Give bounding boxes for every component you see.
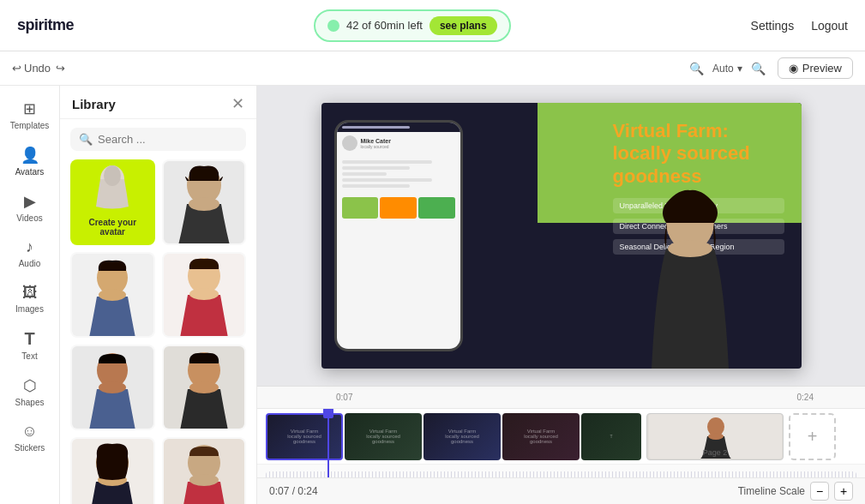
settings-button[interactable]: Settings — [751, 19, 795, 33]
scale-increase-button[interactable]: + — [834, 482, 853, 501]
avatar-card-2[interactable] — [162, 159, 247, 245]
phone-contact-name: Mike Cater — [361, 138, 391, 144]
svg-point-7 — [189, 288, 219, 300]
library-header: Library ✕ — [60, 86, 256, 119]
timeline-scale-label: Timeline Scale — [738, 485, 805, 497]
sidebar-item-templates[interactable]: ⊞ Templates — [4, 93, 56, 137]
scale-decrease-button[interactable]: − — [810, 482, 829, 501]
sidebar-item-images[interactable]: 🖼 Images — [4, 277, 56, 321]
avatars-icon: 👤 — [21, 146, 39, 165]
timeline-ruler: 0:07 0:24 — [257, 387, 865, 409]
svg-point-19 — [668, 240, 712, 257]
timeline-tracks: Virtual Farmlocally sourcedgoodness Virt… — [257, 409, 865, 477]
phone-contact-avatar — [342, 135, 357, 151]
scale-controls: Timeline Scale − + — [738, 482, 853, 501]
zoom-out-button[interactable]: 🔍 — [684, 60, 709, 77]
sidebar-label-text: Text — [21, 351, 37, 361]
slide-title: Virtual Farm: locally sourced goodness — [613, 120, 784, 188]
toolbar-right: 🔍 Auto ▾ 🔍 ◉ Preview — [684, 57, 853, 79]
avatar-card-5[interactable] — [70, 345, 155, 430]
timer-label: 42 of 60min left — [346, 19, 423, 32]
avatar-image-2 — [164, 161, 245, 243]
sidebar-label-audio: Audio — [19, 259, 41, 268]
avatar-image-4 — [164, 254, 245, 336]
clip-thumb-1[interactable]: Virtual Farmlocally sourcedgoodness — [266, 413, 343, 460]
avatar-image-8 — [164, 439, 245, 504]
redo-icon: ↪ — [56, 62, 65, 75]
svg-point-15 — [189, 474, 219, 486]
playhead-handle — [323, 409, 333, 418]
timeline-footer: 0:07 / 0:24 Timeline Scale − + — [257, 477, 865, 504]
clip-thumb-5[interactable]: T — [581, 413, 641, 460]
zoom-out-icon: 🔍 — [689, 62, 704, 75]
sidebar-item-videos[interactable]: ▶ Videos — [4, 185, 56, 230]
library-close-button[interactable]: ✕ — [231, 96, 244, 111]
avatar-image-3 — [72, 254, 153, 336]
preview-button[interactable]: ◉ Preview — [778, 57, 853, 79]
phone-content — [337, 154, 460, 194]
page2-section[interactable]: Page 2 — [646, 413, 784, 460]
avatar-card-7[interactable] — [70, 437, 155, 504]
avatar-grid: Create your avatar — [60, 159, 256, 504]
create-avatar-card[interactable]: Create your avatar — [70, 159, 155, 245]
avatar-3d-icon — [91, 164, 134, 215]
clip-strip: Virtual Farmlocally sourcedgoodness Virt… — [266, 413, 856, 460]
toolbar: ↩ Undo ↪ 🔍 Auto ▾ 🔍 ◉ Preview — [0, 51, 865, 86]
search-input[interactable] — [98, 133, 237, 146]
videos-icon: ▶ — [24, 192, 36, 211]
sidebar-label-shapes: Shapes — [15, 398, 45, 407]
undo-button[interactable]: ↩ Undo — [12, 62, 51, 75]
timer-dot-icon — [327, 20, 339, 32]
top-right-controls: Settings Logout — [751, 19, 848, 33]
zoom-in-icon: 🔍 — [751, 62, 766, 75]
zoom-in-button[interactable]: 🔍 — [746, 60, 771, 77]
phone-mockup: Mike Cater locally sourced — [334, 120, 463, 351]
phone-screen: Mike Cater locally sourced — [337, 123, 460, 349]
see-plans-button[interactable]: see plans — [429, 16, 497, 35]
sidebar-nav: ⊞ Templates 👤 Avatars ▶ Videos ♪ Audio 🖼… — [0, 86, 60, 504]
sidebar-item-stickers[interactable]: ☺ Stickers — [4, 416, 56, 459]
sidebar-item-text[interactable]: T Text — [4, 322, 56, 368]
main-layout: ⊞ Templates 👤 Avatars ▶ Videos ♪ Audio 🖼… — [0, 86, 865, 504]
clip-thumb-4[interactable]: Virtual Farmlocally sourcedgoodness — [502, 413, 580, 460]
presenter-svg — [630, 180, 750, 369]
avatar-card-8[interactable] — [162, 437, 247, 504]
sidebar-label-images: Images — [15, 304, 44, 314]
templates-icon: ⊞ — [23, 99, 36, 118]
stickers-icon: ☺ — [21, 423, 37, 441]
avatar-card-4[interactable] — [162, 252, 247, 338]
logout-button[interactable]: Logout — [811, 19, 848, 33]
sidebar-label-avatars: Avatars — [15, 167, 45, 177]
text-icon: T — [24, 329, 34, 349]
zoom-dropdown-icon[interactable]: ▾ — [737, 63, 742, 75]
sidebar-item-audio[interactable]: ♪ Audio — [4, 231, 56, 275]
library-panel: Library ✕ 🔍 Create your avatar — [60, 86, 257, 504]
undo-icon: ↩ — [12, 62, 21, 75]
playhead[interactable] — [327, 409, 329, 477]
sidebar-label-videos: Videos — [16, 213, 42, 223]
zoom-controls: 🔍 Auto ▾ 🔍 — [684, 60, 771, 77]
audio-waveform — [266, 471, 856, 478]
page2-label: Page 2 — [703, 448, 728, 457]
avatar-image-6 — [164, 346, 245, 429]
sidebar-label-stickers: Stickers — [15, 443, 45, 453]
sidebar-label-templates: Templates — [10, 121, 50, 130]
add-page-button[interactable]: + — [789, 413, 836, 460]
clip-thumb-3[interactable]: Virtual Farmlocally sourcedgoodness — [423, 413, 501, 460]
svg-point-1 — [104, 165, 121, 186]
preview-play-icon: ◉ — [789, 62, 798, 75]
images-icon: 🖼 — [22, 284, 38, 302]
sidebar-item-shapes[interactable]: ⬡ Shapes — [4, 369, 56, 414]
slide-canvas[interactable]: Mike Cater locally sourced — [321, 103, 802, 369]
avatar-card-6[interactable] — [162, 345, 247, 430]
clip-track: Virtual Farmlocally sourcedgoodness Virt… — [257, 409, 865, 465]
search-icon: 🔍 — [79, 133, 93, 146]
avatar-image-5 — [72, 346, 153, 429]
svg-point-5 — [99, 289, 126, 301]
clip-thumb-2[interactable]: Virtual Farmlocally sourcedgoodness — [345, 413, 422, 460]
avatar-card-3[interactable] — [70, 252, 155, 338]
redo-button[interactable]: ↪ — [56, 62, 65, 75]
logo: spiritme — [17, 16, 74, 34]
svg-point-22 — [708, 433, 724, 440]
sidebar-item-avatars[interactable]: 👤 Avatars — [4, 139, 56, 183]
